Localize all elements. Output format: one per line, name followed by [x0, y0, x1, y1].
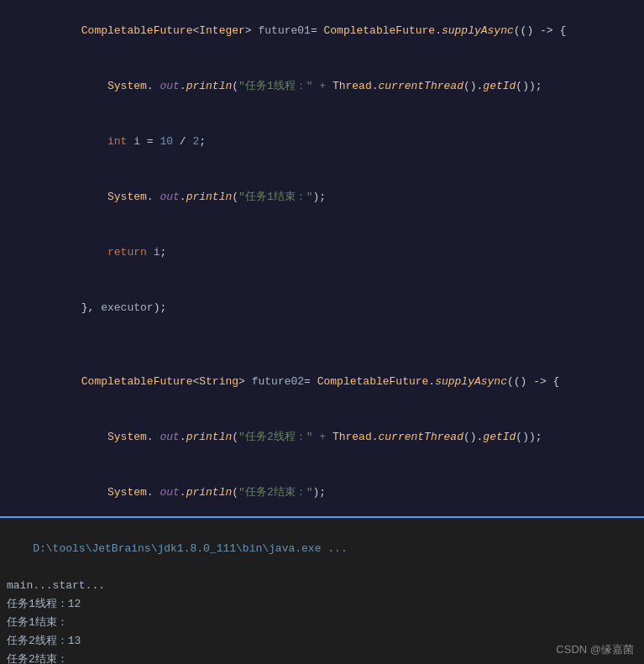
code-line: }, executor);: [0, 280, 644, 336]
watermark: CSDN @缘嘉菌: [556, 642, 634, 657]
code-line: System. out.println("任务2结束：");: [0, 465, 644, 516]
console-output-2: 任务1线程：12: [7, 595, 637, 614]
code-line: CompletableFuture<String> future02= Comp…: [0, 354, 644, 410]
code-line: CompletableFuture<Integer> future01= Com…: [0, 3, 644, 59]
console-panel: D:\tools\JetBrains\jdk1.8.0_111\bin\java…: [0, 516, 644, 664]
code-line: System. out.println("任务1结束：");: [0, 170, 644, 225]
code-line: System. out.println("任务2线程：" + Thread.cu…: [0, 410, 644, 465]
console-output-4: 任务2线程：13: [7, 632, 637, 651]
console-output-5: 任务2结束：: [7, 651, 637, 664]
console-output-1: main...start...: [7, 577, 637, 595]
code-line: int i = 10 / 2;: [0, 114, 644, 170]
code-editor: CompletableFuture<Integer> future01= Com…: [0, 0, 644, 516]
console-output-3: 任务1结束：: [7, 614, 637, 632]
console-path-line: D:\tools\JetBrains\jdk1.8.0_111\bin\java…: [7, 521, 637, 577]
code-line: System. out.println("任务1线程：" + Thread.cu…: [0, 59, 644, 114]
code-line-blank: [0, 336, 644, 354]
code-line: return i;: [0, 225, 644, 280]
console-path-text: D:\tools\JetBrains\jdk1.8.0_111\bin\java…: [33, 542, 347, 555]
